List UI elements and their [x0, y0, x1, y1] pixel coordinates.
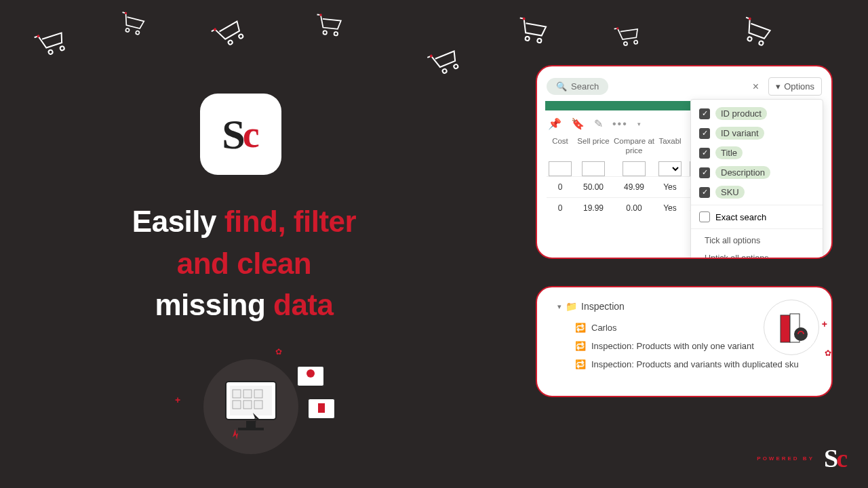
- svg-rect-33: [254, 401, 262, 409]
- refresh-icon: 🔁: [575, 323, 586, 333]
- refresh-icon: 🔁: [575, 359, 586, 369]
- logo-c: c: [243, 113, 260, 156]
- search-input[interactable]: 🔍 Search: [547, 78, 608, 95]
- card-deco: [308, 399, 335, 419]
- option-id-variant[interactable]: ✓ID variant: [691, 123, 823, 143]
- cart-icon: [313, 11, 346, 39]
- svg-point-1: [60, 46, 65, 52]
- cart-icon: [115, 8, 149, 37]
- option-description[interactable]: ✓Description: [691, 163, 823, 182]
- svg-rect-26: [238, 428, 264, 430]
- svg-point-23: [748, 17, 751, 20]
- pin-icon[interactable]: 📌: [548, 117, 561, 130]
- plus-icon: +: [822, 319, 827, 329]
- untick-all-button[interactable]: Untick all options: [691, 249, 823, 259]
- svg-rect-31: [233, 401, 241, 409]
- clear-search-button[interactable]: ×: [749, 81, 763, 93]
- svg-rect-28: [233, 390, 241, 398]
- search-icon: 🔍: [556, 81, 567, 92]
- option-id-product[interactable]: ✓ID product: [691, 104, 823, 123]
- logo-s: S: [222, 110, 245, 159]
- inspection-panel: ▾ 📁 Inspection 🔁 Carlos 🔁 Inspection: Pr…: [536, 286, 833, 397]
- filter-icon: ▾: [776, 81, 781, 92]
- svg-point-16: [537, 39, 542, 43]
- col-taxable[interactable]: Taxabl: [655, 136, 685, 157]
- svg-point-5: [124, 12, 127, 14]
- cart-icon: [207, 12, 250, 53]
- svg-point-17: [522, 17, 526, 20]
- cart-icon: [736, 13, 777, 50]
- chevron-down-icon: ▾: [557, 302, 561, 311]
- cart-icon: [31, 24, 71, 60]
- option-title[interactable]: ✓Title: [691, 143, 823, 163]
- svg-point-21: [747, 37, 753, 42]
- brand-logo: S c: [200, 94, 281, 175]
- gear-icon: ✿: [275, 347, 282, 357]
- card-deco: [297, 366, 324, 386]
- powered-by-label: POWERED BY: [757, 455, 814, 462]
- svg-point-36: [794, 327, 808, 341]
- svg-point-0: [48, 49, 54, 55]
- option-exact-search[interactable]: Exact search: [691, 208, 823, 226]
- gear-icon: ✿: [825, 348, 831, 358]
- cart-icon: [513, 14, 551, 46]
- filter-cost[interactable]: [549, 161, 572, 176]
- svg-point-19: [634, 40, 638, 44]
- option-sku[interactable]: ✓SKU: [691, 182, 823, 202]
- filter-sell[interactable]: [582, 161, 605, 176]
- svg-rect-30: [254, 390, 262, 398]
- filter-compare[interactable]: [623, 161, 646, 176]
- search-options-dropdown: ✓ID product ✓ID variant ✓Title ✓Descript…: [690, 99, 823, 259]
- refresh-icon: 🔁: [575, 341, 586, 351]
- more-icon[interactable]: •••: [612, 118, 628, 130]
- computer-illustration: [203, 359, 298, 454]
- col-sell[interactable]: Sell price: [574, 136, 613, 157]
- edit-icon[interactable]: ✎: [594, 117, 603, 130]
- svg-point-3: [125, 28, 130, 32]
- svg-point-4: [136, 30, 140, 35]
- tick-all-button[interactable]: Tick all options: [691, 232, 823, 249]
- svg-rect-34: [781, 315, 790, 342]
- headline: Easily find, filter and clean missing da…: [41, 201, 448, 326]
- svg-point-11: [319, 14, 322, 16]
- tag-icon[interactable]: 🔖: [571, 117, 585, 130]
- selection-bar: [545, 101, 696, 110]
- svg-point-13: [453, 64, 458, 69]
- svg-point-9: [323, 30, 327, 35]
- filter-taxable[interactable]: [658, 161, 682, 176]
- filter-panel: 🔍 Search × ▾ Options 📌 🔖 ✎ •••▾ Cost Sel…: [536, 65, 833, 259]
- inspection-item[interactable]: 🔁 Inspection: Products and variants with…: [557, 355, 819, 373]
- cart-icon: [423, 42, 465, 80]
- svg-point-15: [525, 36, 530, 41]
- footer-logo: Sc: [824, 443, 848, 473]
- plus-icon: +: [175, 394, 180, 405]
- binder-illustration: [764, 300, 819, 355]
- folder-icon: 📁: [566, 301, 577, 312]
- svg-rect-32: [243, 401, 252, 409]
- svg-point-6: [228, 40, 233, 45]
- options-button[interactable]: ▾ Options: [768, 77, 822, 96]
- col-cost[interactable]: Cost: [547, 136, 574, 157]
- svg-point-18: [624, 41, 628, 45]
- svg-point-22: [759, 41, 764, 46]
- footer: POWERED BY Sc: [757, 443, 848, 473]
- col-compare[interactable]: Compare at price: [613, 136, 655, 157]
- svg-rect-25: [246, 421, 256, 428]
- svg-point-12: [442, 68, 448, 74]
- search-placeholder: Search: [571, 81, 599, 92]
- svg-rect-29: [243, 390, 252, 398]
- svg-point-10: [334, 32, 338, 36]
- svg-point-7: [238, 34, 243, 39]
- cart-icon: [612, 22, 644, 49]
